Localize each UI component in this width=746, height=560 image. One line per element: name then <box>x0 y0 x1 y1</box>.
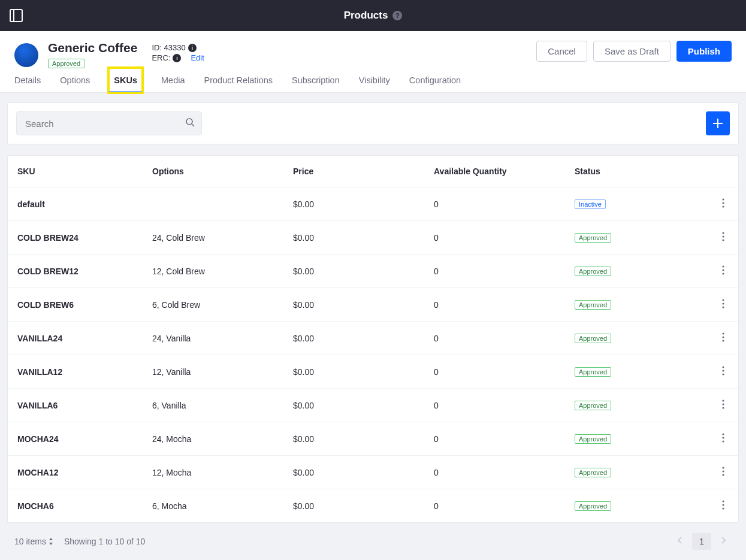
cell-price: $0.00 <box>283 456 424 489</box>
tab-details[interactable]: Details <box>14 68 41 92</box>
svg-point-33 <box>722 507 724 509</box>
prev-page[interactable] <box>672 532 687 550</box>
product-logo <box>14 43 38 67</box>
page-title-text: Products <box>344 10 388 22</box>
tab-product-relations[interactable]: Product Relations <box>204 68 273 92</box>
cell-status: Approved <box>565 422 708 456</box>
col-qty: Available Quantity <box>424 156 565 187</box>
svg-point-31 <box>722 500 724 502</box>
tabs: Details Options SKUs Media Product Relat… <box>0 68 746 93</box>
row-menu-button[interactable] <box>722 365 724 378</box>
product-name: Generic Coffee <box>48 41 137 55</box>
svg-point-15 <box>722 306 724 308</box>
cell-options: 24, Cold Brew <box>143 221 283 255</box>
cell-qty: 0 <box>424 489 565 523</box>
col-status: Status <box>565 156 708 187</box>
tab-visibility[interactable]: Visibility <box>359 68 390 92</box>
table-row[interactable]: MOCHA2424, Mocha$0.000Approved <box>8 422 738 456</box>
kebab-icon <box>722 232 724 241</box>
svg-point-17 <box>722 336 724 338</box>
toolbar <box>7 102 739 144</box>
tab-options[interactable]: Options <box>60 68 90 92</box>
cell-qty: 0 <box>424 255 565 288</box>
table-row[interactable]: COLD BREW1212, Cold Brew$0.000Approved <box>8 255 738 288</box>
row-menu-button[interactable] <box>722 231 724 244</box>
help-icon[interactable]: ? <box>392 11 402 20</box>
svg-point-24 <box>722 407 724 408</box>
svg-point-27 <box>722 440 724 442</box>
table-row[interactable]: VANILLA1212, Vanilla$0.000Approved <box>8 355 738 389</box>
table-row[interactable]: COLD BREW2424, Cold Brew$0.000Approved <box>8 221 738 255</box>
svg-point-0 <box>186 119 192 125</box>
svg-point-6 <box>722 205 724 207</box>
kebab-icon <box>722 265 724 275</box>
svg-point-22 <box>722 399 724 401</box>
row-menu-button[interactable] <box>722 432 724 445</box>
cell-qty: 0 <box>424 288 565 322</box>
cell-qty: 0 <box>424 187 565 221</box>
table-row[interactable]: MOCHA66, Mocha$0.000Approved <box>8 489 738 523</box>
table-row[interactable]: MOCHA1212, Mocha$0.000Approved <box>8 456 738 489</box>
status-badge: Approved <box>575 334 611 343</box>
svg-point-29 <box>722 470 724 472</box>
tab-skus[interactable]: SKUs <box>109 68 142 92</box>
row-menu-button[interactable] <box>722 499 724 512</box>
status-badge: Approved <box>575 300 611 310</box>
row-menu-button[interactable] <box>722 398 724 411</box>
items-per-page[interactable]: 10 items <box>14 537 53 546</box>
page-number[interactable]: 1 <box>692 533 711 550</box>
save-draft-button[interactable]: Save as Draft <box>593 41 671 62</box>
edit-link[interactable]: Edit <box>191 53 204 62</box>
svg-point-9 <box>722 239 724 241</box>
row-menu-button[interactable] <box>722 331 724 344</box>
svg-point-25 <box>722 433 724 435</box>
cell-qty: 0 <box>424 389 565 422</box>
kebab-icon <box>722 332 724 342</box>
cell-sku: MOCHA6 <box>8 489 143 523</box>
tab-media[interactable]: Media <box>161 68 185 92</box>
table-row[interactable]: VANILLA2424, Vanilla$0.000Approved <box>8 322 738 355</box>
sidebar-toggle-icon[interactable] <box>10 9 23 22</box>
status-badge: Approved <box>575 401 611 410</box>
product-id: ID: 43330 <box>152 43 185 52</box>
search-input[interactable] <box>16 111 202 135</box>
kebab-icon <box>722 500 724 510</box>
row-menu-button[interactable] <box>722 465 724 479</box>
product-header: Generic Coffee Approved ID: 43330 i ERC:… <box>0 31 746 68</box>
svg-point-13 <box>722 299 724 301</box>
cell-sku: COLD BREW12 <box>8 255 143 288</box>
table-row[interactable]: VANILLA66, Vanilla$0.000Approved <box>8 389 738 422</box>
table-row[interactable]: COLD BREW66, Cold Brew$0.000Approved <box>8 288 738 322</box>
cancel-button[interactable]: Cancel <box>536 41 587 62</box>
table-row[interactable]: default$0.000Inactive <box>8 187 738 221</box>
tab-configuration[interactable]: Configuration <box>409 68 461 92</box>
row-menu-button[interactable] <box>722 197 724 210</box>
row-menu-button[interactable] <box>722 298 724 311</box>
cell-status: Approved <box>565 389 708 422</box>
cell-options <box>143 187 283 221</box>
kebab-icon <box>722 433 724 443</box>
plus-icon <box>712 118 723 129</box>
kebab-icon <box>722 198 724 208</box>
svg-point-4 <box>722 198 724 200</box>
product-status-badge: Approved <box>48 59 84 68</box>
pagination: 10 items Showing 1 to 10 of 10 1 <box>7 523 739 559</box>
info-icon[interactable]: i <box>188 44 197 52</box>
svg-point-11 <box>722 269 724 271</box>
tab-subscription[interactable]: Subscription <box>292 68 340 92</box>
publish-button[interactable]: Publish <box>676 41 732 62</box>
items-per-page-label: 10 items <box>14 537 46 546</box>
kebab-icon <box>722 366 724 376</box>
cell-options: 24, Vanilla <box>143 322 283 355</box>
chevron-right-icon <box>721 536 727 544</box>
search-icon[interactable] <box>185 117 195 129</box>
add-button[interactable] <box>706 111 730 135</box>
cell-price: $0.00 <box>283 187 424 221</box>
svg-point-14 <box>722 302 724 304</box>
row-menu-button[interactable] <box>722 264 724 277</box>
svg-point-19 <box>722 366 724 368</box>
info-icon[interactable]: i <box>173 54 181 62</box>
col-sku: SKU <box>8 156 143 187</box>
next-page[interactable] <box>716 532 732 550</box>
product-erc-label: ERC: <box>152 53 170 62</box>
